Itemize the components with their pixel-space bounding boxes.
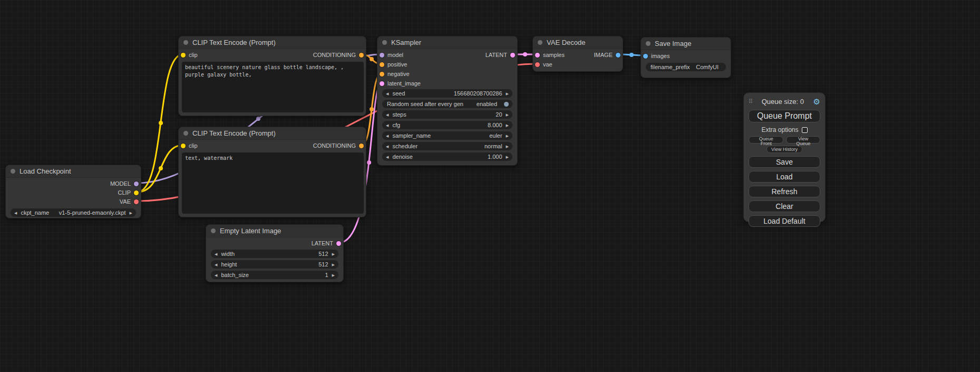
left-arrow-icon[interactable]: ◀ xyxy=(386,134,389,138)
scheduler-widget[interactable]: ◀ scheduler normal ▶ xyxy=(382,142,512,150)
node-title-bar[interactable]: Empty Latent Image xyxy=(206,225,343,237)
input-samples[interactable]: samples xyxy=(535,51,565,59)
output-conditioning[interactable]: CONDITIONING xyxy=(313,51,364,59)
queue-prompt-button[interactable]: Queue Prompt xyxy=(749,110,820,122)
comfyui-canvas[interactable]: { "colors": { "model": "#B39DDB", "clip"… xyxy=(0,0,980,372)
samples-input-port[interactable] xyxy=(535,53,540,58)
collapse-dot-icon[interactable] xyxy=(183,40,188,45)
right-arrow-icon[interactable]: ▶ xyxy=(506,155,509,159)
left-arrow-icon[interactable]: ◀ xyxy=(386,92,389,96)
wire-midpoint-dot[interactable] xyxy=(629,53,634,57)
model-input-port[interactable] xyxy=(380,53,384,58)
negative-prompt-textarea[interactable]: text, watermark xyxy=(182,152,364,214)
input-latent-image[interactable]: latent_image xyxy=(380,80,421,87)
right-arrow-icon[interactable]: ▶ xyxy=(506,145,509,148)
left-arrow-icon[interactable]: ◀ xyxy=(215,273,217,277)
vae-input-port[interactable] xyxy=(535,62,540,67)
wire-midpoint-dot[interactable] xyxy=(523,52,527,56)
clip-output-port[interactable] xyxy=(134,190,139,195)
right-arrow-icon[interactable]: ▶ xyxy=(506,134,509,138)
random-seed-toggle-widget[interactable]: Random seed after every gen enabled xyxy=(382,100,512,108)
output-model[interactable]: MODEL xyxy=(110,180,139,187)
positive-input-port[interactable] xyxy=(380,62,384,67)
output-vae[interactable]: VAE xyxy=(120,198,139,205)
image-output-port[interactable] xyxy=(616,53,620,58)
node-clip-text-encode-negative[interactable]: CLIP Text Encode (Prompt) clip CONDITION… xyxy=(178,127,366,217)
collapse-dot-icon[interactable] xyxy=(11,169,15,174)
conditioning-output-port[interactable] xyxy=(359,144,364,148)
refresh-button[interactable]: Refresh xyxy=(749,186,820,197)
right-arrow-icon[interactable]: ▶ xyxy=(332,263,335,266)
width-widget[interactable]: ◀ width 512 ▶ xyxy=(211,250,338,258)
node-title-bar[interactable]: CLIP Text Encode (Prompt) xyxy=(179,36,366,49)
latent-image-input-port[interactable] xyxy=(380,81,384,86)
left-arrow-icon[interactable]: ◀ xyxy=(215,252,217,256)
left-arrow-icon[interactable]: ◀ xyxy=(215,263,217,266)
queue-front-button[interactable]: Queue Front xyxy=(749,136,783,144)
collapse-dot-icon[interactable] xyxy=(538,40,542,45)
node-load-checkpoint[interactable]: Load Checkpoint MODEL CLIP VAE ◀ ckpt_na… xyxy=(5,165,141,218)
vae-output-port[interactable] xyxy=(134,199,139,204)
clip-input-port[interactable] xyxy=(181,144,186,148)
node-empty-latent-image[interactable]: Empty Latent Image LATENT ◀ width 512 ▶ … xyxy=(206,224,344,282)
clip-input-port[interactable] xyxy=(181,53,186,58)
conditioning-output-port[interactable] xyxy=(359,53,364,58)
left-arrow-icon[interactable]: ◀ xyxy=(386,123,389,127)
height-widget[interactable]: ◀ height 512 ▶ xyxy=(211,260,338,269)
latent-output-port[interactable] xyxy=(336,241,341,246)
settings-gear-icon[interactable]: ⚙ xyxy=(813,98,820,106)
right-arrow-icon[interactable]: ▶ xyxy=(332,252,335,256)
output-clip[interactable]: CLIP xyxy=(118,189,139,196)
batch-size-widget[interactable]: ◀ batch_size 1 ▶ xyxy=(211,271,338,279)
wire-midpoint-dot[interactable] xyxy=(370,107,374,111)
wire-midpoint-dot[interactable] xyxy=(367,160,371,165)
input-clip[interactable]: clip xyxy=(181,51,198,59)
node-title-bar[interactable]: Save Image xyxy=(641,37,731,50)
node-clip-text-encode-positive[interactable]: CLIP Text Encode (Prompt) clip CONDITION… xyxy=(178,36,366,116)
wire-midpoint-dot[interactable] xyxy=(370,57,374,61)
output-latent[interactable]: LATENT xyxy=(312,240,341,247)
steps-widget[interactable]: ◀ steps 20 ▶ xyxy=(382,110,512,119)
load-default-button[interactable]: Load Default xyxy=(749,215,820,227)
clear-button[interactable]: Clear xyxy=(749,201,820,212)
view-history-button[interactable]: View History xyxy=(766,146,802,153)
images-input-port[interactable] xyxy=(643,54,648,59)
negative-input-port[interactable] xyxy=(380,72,384,77)
left-arrow-icon[interactable]: ◀ xyxy=(14,211,17,215)
save-button[interactable]: Save xyxy=(749,156,820,168)
right-arrow-icon[interactable]: ▶ xyxy=(332,273,335,277)
input-negative[interactable]: negative xyxy=(380,70,410,78)
left-arrow-icon[interactable]: ◀ xyxy=(386,155,389,159)
node-title-bar[interactable]: CLIP Text Encode (Prompt) xyxy=(179,127,366,140)
right-arrow-icon[interactable]: ▶ xyxy=(506,92,509,96)
wire-midpoint-dot[interactable] xyxy=(159,121,163,125)
collapse-dot-icon[interactable] xyxy=(183,131,188,136)
collapse-dot-icon[interactable] xyxy=(382,40,387,45)
input-clip[interactable]: clip xyxy=(181,142,198,149)
filename-prefix-widget[interactable]: filename_prefix ComfyUI xyxy=(646,63,726,71)
model-output-port[interactable] xyxy=(134,182,139,186)
latent-output-port[interactable] xyxy=(510,53,515,58)
left-arrow-icon[interactable]: ◀ xyxy=(386,145,389,148)
input-images[interactable]: images xyxy=(643,52,669,60)
cfg-widget[interactable]: ◀ cfg 8.000 ▶ xyxy=(382,121,512,129)
node-vae-decode[interactable]: VAE Decode samples vae IMAGE xyxy=(532,36,623,72)
right-arrow-icon[interactable]: ▶ xyxy=(506,113,509,117)
extra-options-checkbox[interactable] xyxy=(802,127,808,133)
view-queue-button[interactable]: View Queue xyxy=(786,136,820,144)
load-button[interactable]: Load xyxy=(749,171,820,183)
wire-midpoint-dot[interactable] xyxy=(256,117,260,121)
output-conditioning[interactable]: CONDITIONING xyxy=(313,142,364,149)
left-arrow-icon[interactable]: ◀ xyxy=(386,113,389,117)
node-ksampler[interactable]: KSampler model positive negative latent_… xyxy=(377,36,518,166)
output-latent[interactable]: LATENT xyxy=(486,51,515,59)
collapse-dot-icon[interactable] xyxy=(211,228,216,233)
output-image[interactable]: IMAGE xyxy=(594,51,620,59)
input-vae[interactable]: vae xyxy=(535,61,552,68)
toggle-state-icon[interactable] xyxy=(504,102,509,107)
input-positive[interactable]: positive xyxy=(380,61,407,68)
denoise-widget[interactable]: ◀ denoise 1.000 ▶ xyxy=(382,152,512,161)
positive-prompt-textarea[interactable]: beautiful scenery nature glass bottle la… xyxy=(182,62,364,112)
drag-handle-icon[interactable]: ⠿ xyxy=(749,98,752,105)
node-title-bar[interactable]: KSampler xyxy=(377,36,517,49)
